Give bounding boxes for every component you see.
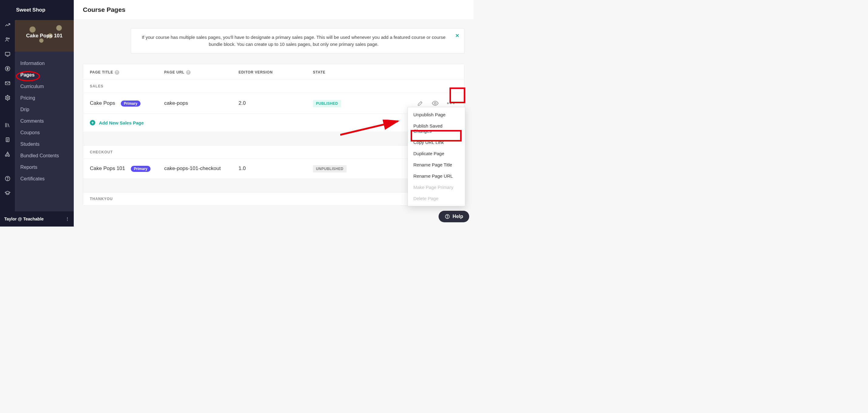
menu-rename-title[interactable]: Rename Page Title [408,159,465,170]
cell-version: 2.0 [239,100,313,106]
primary-badge: Primary [121,100,141,107]
sidebar-item-bundled[interactable]: Bundled Contents [15,150,74,161]
add-sales-page[interactable]: + Add New Sales Page [83,114,464,131]
footer-menu-icon[interactable]: ⋮ [65,216,69,222]
preview-icon[interactable] [432,99,439,107]
row-dropdown: Unpublish Page Publish Saved Changes Cop… [408,107,465,206]
menu-copy-url[interactable]: Copy URL Link [408,137,465,148]
sidebar-item-pricing[interactable]: Pricing [15,92,74,104]
footer-user: Taylor @ Teachable [4,216,44,222]
sidebar-item-information[interactable]: Information [15,58,74,69]
col-editor-version: EDITOR VERSION [239,70,313,75]
edit-icon[interactable] [417,100,424,107]
menu-publish-saved[interactable]: Publish Saved Changes [408,120,465,137]
table-row: Cake Pops 101 Primary cake-pops-101-chec… [83,158,464,178]
menu-duplicate[interactable]: Duplicate Page [408,148,465,159]
menu-rename-url[interactable]: Rename Page URL [408,170,465,182]
footer-bar: Taylor @ Teachable ⋮ [0,211,74,227]
more-icon[interactable]: ••• [447,100,456,107]
help-icon [445,214,450,219]
sidebar-item-reports[interactable]: Reports [15,161,74,173]
main: Course Pages If your course has multiple… [74,0,473,227]
svg-point-16 [447,217,448,218]
cell-url: cake-pops [164,100,239,106]
col-page-url: PAGE URL? [164,70,239,75]
section-thankyou: THANKYOU [83,192,464,205]
svg-marker-9 [6,152,8,154]
help-button[interactable]: Help [439,211,469,222]
help-icon[interactable]: ? [186,70,191,75]
sidebar-item-pages[interactable]: Pages [15,69,74,81]
menu-delete: Delete Page [408,193,465,204]
svg-point-7 [5,155,7,156]
section-sales: SALES [83,80,464,93]
sidebar-item-drip[interactable]: Drip [15,104,74,115]
svg-point-5 [7,97,8,99]
cell-title: Cake Pops Primary [90,100,164,106]
cell-state: UNPUBLISHED [313,166,392,172]
page-title: Course Pages [74,0,473,20]
site-icon[interactable] [5,51,11,57]
close-icon[interactable]: ✕ [455,32,459,39]
col-state: STATE [313,70,392,75]
cell-state: PUBLISHED [313,100,392,106]
users-icon[interactable] [5,36,11,42]
cell-title: Cake Pops 101 Primary [90,166,164,172]
icon-rail [0,0,15,227]
plus-icon: + [90,120,95,125]
row-actions: ••• [392,99,457,107]
pages-table: PAGE TITLE? PAGE URL? EDITOR VERSION STA… [83,64,464,206]
table-row: Cake Pops Primary cake-pops 2.0 PUBLISHE… [83,93,464,114]
dollar-icon[interactable] [5,66,11,72]
section-checkout: CHECKOUT [83,145,464,158]
info-banner-text: If your course has multiple sales pages,… [142,35,445,47]
table-header: PAGE TITLE? PAGE URL? EDITOR VERSION STA… [83,64,464,80]
sidebar-item-comments[interactable]: Comments [15,115,74,127]
shapes-icon[interactable] [5,151,11,157]
sidebar-item-certificates[interactable]: Certificates [15,173,74,185]
sidebar-item-curriculum[interactable]: Curriculum [15,81,74,92]
primary-badge: Primary [131,166,151,172]
sidebar-item-students[interactable]: Students [15,139,74,150]
col-page-title: PAGE TITLE? [90,70,164,75]
sidebar-item-coupons[interactable]: Coupons [15,127,74,139]
course-hero[interactable]: Cake Pops 101 [15,20,74,52]
graduation-icon[interactable] [5,190,11,196]
svg-point-12 [434,102,436,104]
svg-point-1 [8,38,9,39]
side-nav: Information Pages Curriculum Pricing Dri… [15,52,74,185]
svg-rect-8 [8,155,9,156]
svg-point-0 [6,38,8,39]
clipboard-icon[interactable] [5,137,11,143]
svg-rect-2 [5,52,10,55]
analytics-icon[interactable] [5,22,11,28]
svg-point-11 [7,180,8,180]
course-name: Cake Pops 101 [26,33,63,39]
help-circle-icon[interactable] [5,176,11,182]
cell-version: 1.0 [239,166,313,172]
help-icon[interactable]: ? [115,70,119,75]
info-banner: If your course has multiple sales pages,… [131,28,464,54]
gear-icon[interactable] [5,95,11,101]
menu-make-primary: Make Page Primary [408,182,465,193]
library-icon[interactable] [5,122,11,128]
mail-icon[interactable] [5,80,11,86]
menu-unpublish[interactable]: Unpublish Page [408,109,465,120]
cell-url: cake-pops-101-checkout [164,166,239,172]
